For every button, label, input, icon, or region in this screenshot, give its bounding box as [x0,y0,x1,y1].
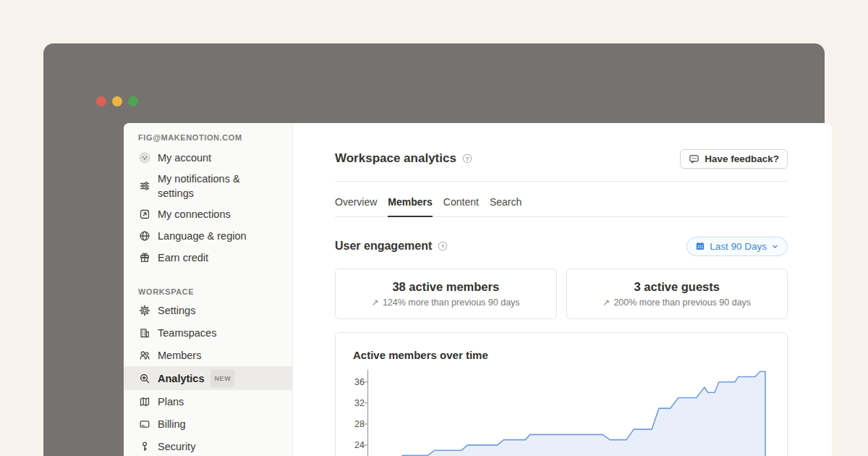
active-guests-stat-card: 3 active guests ↗ 200% more than previou… [566,269,788,319]
tab-content[interactable]: Content [443,182,479,216]
question-circle-icon[interactable]: ? [438,241,448,251]
y-axis-label: 24 [353,439,365,451]
page-title: Workspace analytics ? [335,151,472,166]
sidebar-item-label: Plans [158,392,184,412]
people-icon [138,349,151,362]
feedback-bubble-icon [689,153,699,164]
sidebar-item-language-region[interactable]: Language & region [124,225,292,247]
y-axis-label: 32 [353,397,365,409]
sidebar-item-label: My notifications & settings [158,169,278,203]
building-icon [138,326,151,339]
stat-headline: 3 active guests [634,280,720,294]
trend-up-icon: ↗ [603,297,610,308]
question-circle-icon[interactable]: ? [462,153,472,164]
sidebar-item-label: Members [158,345,201,366]
magnifier-plus-icon [138,372,151,385]
account-email: FIG@MAKENOTION.COM [124,133,292,142]
sidebar-item-label: Security [158,436,195,456]
app-window: FIG@MAKENOTION.COM My account My notific… [43,43,825,456]
sidebar-item-label: AnalyticsNEW [158,366,234,390]
trend-up-icon: ↗ [372,297,379,308]
gear-icon [138,304,151,317]
zoom-window-button[interactable] [128,96,138,106]
avatar-icon [138,151,151,164]
sidebar-item-label: My account [158,148,211,168]
area-chart-svg [353,368,770,456]
sidebar-item-settings[interactable]: Settings [124,299,292,321]
have-feedback-button[interactable]: Have feedback? [680,149,788,169]
settings-panel: FIG@MAKENOTION.COM My account My notific… [124,123,832,456]
sidebar-item-label: My connections [158,204,231,224]
sidebar-item-earn-credit[interactable]: Earn credit [124,247,292,269]
sidebar-item-label: Earn credit [158,248,208,268]
y-axis-label: 36 [353,376,365,388]
new-badge: NEW [210,369,234,387]
chart-plot: 363228242016 [353,368,770,456]
sidebar-item-members[interactable]: Members [124,344,292,366]
sidebar-item-my-account[interactable]: My account [124,147,292,169]
date-range-filter[interactable]: Last 90 Days [686,237,788,256]
workspace-section-label: WORKSPACE [124,287,292,296]
user-engagement-title: User engagement ? [335,240,448,253]
gift-icon [138,251,151,264]
sidebar-item-label: Billing [158,414,186,434]
external-link-icon [138,208,151,221]
map-icon [138,395,151,408]
settings-sidebar: FIG@MAKENOTION.COM My account My notific… [124,123,293,456]
sliders-icon [138,180,151,193]
globe-icon [138,229,151,242]
sidebar-item-security[interactable]: Security [124,435,292,456]
tab-search[interactable]: Search [490,182,522,216]
sidebar-item-teamspaces[interactable]: Teamspaces [124,321,292,344]
active-members-stat-card: 38 active members ↗ 124% more than previ… [335,269,557,319]
analytics-tabs: Overview Members Content Search [335,182,788,217]
y-axis-label: 28 [353,418,365,430]
calendar-icon [695,241,705,251]
sidebar-item-analytics[interactable]: AnalyticsNEW [124,366,292,390]
tab-overview[interactable]: Overview [335,182,377,216]
stat-headline: 38 active members [392,280,499,294]
sidebar-item-my-connections[interactable]: My connections [124,203,292,225]
sidebar-item-label: Settings [158,300,195,321]
svg-text:?: ? [465,156,469,162]
close-window-button[interactable] [96,96,106,106]
analytics-main: Workspace analytics ? Have feedback? Ove… [293,123,832,456]
active-members-chart-card: Active members over time 363228242016 [335,332,788,456]
sidebar-item-label: Teamspaces [158,323,216,343]
tab-members[interactable]: Members [388,182,432,216]
stat-delta: ↗ 200% more than previous 90 days [603,297,751,308]
chevron-down-icon [771,242,779,250]
minimize-window-button[interactable] [112,96,122,106]
chart-title: Active members over time [353,349,770,361]
sidebar-item-notifications-settings[interactable]: My notifications & settings [124,169,292,203]
key-icon [138,440,151,453]
sidebar-item-label: Language & region [158,226,247,246]
credit-card-icon [138,418,151,431]
sidebar-item-billing[interactable]: Billing [124,413,292,435]
svg-text:?: ? [441,243,445,250]
stat-delta: ↗ 124% more than previous 90 days [372,297,520,308]
sidebar-item-plans[interactable]: Plans [124,390,292,413]
